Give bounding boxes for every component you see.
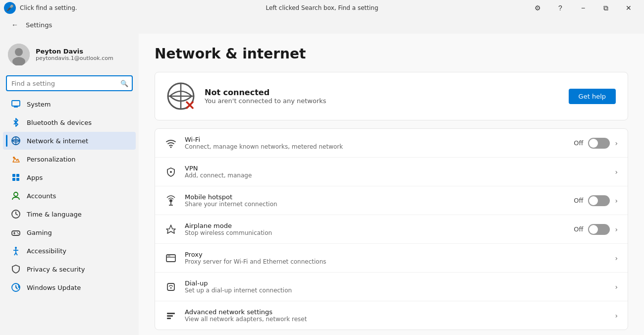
setting-right-proxy: › xyxy=(615,254,618,262)
svg-point-36 xyxy=(169,199,172,202)
setting-text-proxy: Proxy Proxy server for Wi-Fi and Etherne… xyxy=(185,251,607,265)
setting-text-airplane: Airplane mode Stop wireless communicatio… xyxy=(185,222,566,236)
sidebar-item-update[interactable]: Windows Update xyxy=(3,279,136,296)
svg-point-41 xyxy=(168,255,169,256)
sidebar-item-label-update: Windows Update xyxy=(27,284,81,291)
user-profile[interactable]: Peyton Davis peytondavis.1@outlook.com xyxy=(0,38,139,71)
sidebar-item-label-personalization: Personalization xyxy=(27,156,76,163)
svg-rect-12 xyxy=(12,178,15,181)
personalization-nav-icon xyxy=(11,154,21,164)
search-box-wrapper[interactable]: 🔍 xyxy=(6,75,133,91)
svg-point-42 xyxy=(169,255,170,256)
status-title: Not connected xyxy=(205,88,559,97)
content-panel: Network & internet Not xyxy=(139,34,644,335)
svg-point-21 xyxy=(17,232,18,233)
sidebar: Peyton Davis peytondavis.1@outlook.com 🔍… xyxy=(0,34,139,335)
accounts-nav-icon xyxy=(11,191,21,201)
svg-point-43 xyxy=(170,287,172,288)
setting-text-advanced: Advanced network settings View all netwo… xyxy=(185,308,607,323)
search-icon: 🔍 xyxy=(120,80,128,87)
setting-row-advanced[interactable]: Advanced network settings View all netwo… xyxy=(155,301,628,330)
user-info: Peyton Davis peytondavis.1@outlook.com xyxy=(36,48,113,61)
sidebar-item-privacy[interactable]: Privacy & security xyxy=(3,260,136,278)
restore-btn[interactable]: ⧉ xyxy=(594,0,617,16)
accessibility-nav-icon xyxy=(11,246,21,256)
toggle-airplane[interactable] xyxy=(588,224,610,235)
back-button[interactable]: ← xyxy=(8,18,22,32)
close-btn[interactable]: ✕ xyxy=(617,0,640,16)
sidebar-item-apps[interactable]: Apps xyxy=(3,168,136,186)
svg-point-14 xyxy=(14,192,18,196)
sidebar-item-label-privacy: Privacy & security xyxy=(27,266,85,273)
chevron-icon-hotspot: › xyxy=(615,197,618,205)
setting-label-wifi: Wi-Fi xyxy=(185,136,566,143)
setting-row-airplane[interactable]: Airplane mode Stop wireless communicatio… xyxy=(155,215,628,244)
toggle-wifi[interactable] xyxy=(588,138,610,149)
sidebar-item-gaming[interactable]: Gaming xyxy=(3,223,136,241)
setting-text-dialup: Dial-up Set up a dial-up internet connec… xyxy=(185,279,607,294)
svg-rect-13 xyxy=(16,178,19,181)
icon-airplane xyxy=(165,223,177,235)
help-btn[interactable]: ? xyxy=(549,0,572,16)
icon-proxy xyxy=(165,252,177,264)
action-hint: Click find a setting. xyxy=(20,4,77,11)
settings-icon-btn[interactable]: ⚙ xyxy=(526,0,549,16)
sidebar-item-label-time: Time & language xyxy=(27,211,82,218)
privacy-nav-icon xyxy=(11,264,21,274)
setting-text-hotspot: Mobile hotspot Share your internet conne… xyxy=(185,193,566,208)
setting-row-proxy[interactable]: Proxy Proxy server for Wi-Fi and Etherne… xyxy=(155,244,628,273)
setting-row-hotspot[interactable]: Mobile hotspot Share your internet conne… xyxy=(155,186,628,215)
setting-label-advanced: Advanced network settings xyxy=(185,308,607,316)
sidebar-nav: System Bluetooth & devices Network & int… xyxy=(0,95,139,296)
icon-hotspot xyxy=(165,195,177,207)
status-description: You aren't connected to any networks xyxy=(205,97,559,105)
setting-desc-vpn: Add, connect, manage xyxy=(185,172,607,179)
setting-row-wifi[interactable]: Wi-Fi Connect, manage known networks, me… xyxy=(155,129,628,158)
toggle-hotspot[interactable] xyxy=(588,195,610,206)
sidebar-item-accessibility[interactable]: Accessibility xyxy=(3,242,136,260)
chevron-icon-airplane: › xyxy=(615,225,618,233)
sidebar-item-label-accounts: Accounts xyxy=(27,192,56,200)
search-input[interactable] xyxy=(11,80,117,87)
page-title: Network & internet xyxy=(155,46,628,62)
sidebar-item-bluetooth[interactable]: Bluetooth & devices xyxy=(3,113,136,131)
sidebar-item-label-bluetooth: Bluetooth & devices xyxy=(27,119,92,126)
sidebar-item-system[interactable]: System xyxy=(3,95,136,113)
toggle-label-wifi: Off xyxy=(574,139,583,147)
chevron-icon-vpn: › xyxy=(615,168,618,176)
user-email: peytondavis.1@outlook.com xyxy=(36,55,113,61)
svg-rect-10 xyxy=(12,174,15,177)
svg-point-23 xyxy=(15,247,17,249)
setting-desc-airplane: Stop wireless communication xyxy=(185,229,566,236)
svg-rect-46 xyxy=(167,318,171,319)
status-card: Not connected You aren't connected to an… xyxy=(155,72,628,120)
svg-rect-44 xyxy=(167,313,175,314)
setting-right-vpn: › xyxy=(615,168,618,176)
setting-row-vpn[interactable]: VPN Add, connect, manage › xyxy=(155,158,628,186)
chevron-icon-wifi: › xyxy=(615,139,618,147)
setting-right-advanced: › xyxy=(615,312,618,320)
setting-desc-wifi: Connect, manage known networks, metered … xyxy=(185,143,566,150)
titlebar-center-text: Left clicked Search box, Find a setting xyxy=(266,4,378,11)
setting-desc-proxy: Proxy server for Wi-Fi and Ethernet conn… xyxy=(185,258,607,265)
get-help-button[interactable]: Get help xyxy=(569,89,616,104)
main-content: Peyton Davis peytondavis.1@outlook.com 🔍… xyxy=(0,34,644,335)
app-window: ← Settings Peyton Davis peytondavis.1@ou… xyxy=(0,16,644,335)
titlebar: 🎤 Click find a setting. Left clicked Sea… xyxy=(0,0,644,16)
network-nav-icon xyxy=(11,136,21,146)
sidebar-item-time[interactable]: Time & language xyxy=(3,205,136,223)
setting-row-dialup[interactable]: Dial-up Set up a dial-up internet connec… xyxy=(155,273,628,301)
minimize-btn[interactable]: − xyxy=(572,0,594,16)
setting-desc-dialup: Set up a dial-up internet connection xyxy=(185,287,607,294)
svg-point-22 xyxy=(18,233,19,234)
sidebar-item-accounts[interactable]: Accounts xyxy=(3,187,136,205)
setting-label-vpn: VPN xyxy=(185,165,607,172)
setting-desc-advanced: View all network adapters, network reset xyxy=(185,316,607,323)
chevron-icon-advanced: › xyxy=(615,312,618,320)
svg-rect-11 xyxy=(16,174,19,177)
sidebar-item-personalization[interactable]: Personalization xyxy=(3,150,136,168)
setting-right-dialup: › xyxy=(615,283,618,291)
sidebar-item-network[interactable]: Network & internet xyxy=(3,132,136,150)
sidebar-item-label-network: Network & internet xyxy=(27,137,88,145)
setting-label-proxy: Proxy xyxy=(185,251,607,258)
